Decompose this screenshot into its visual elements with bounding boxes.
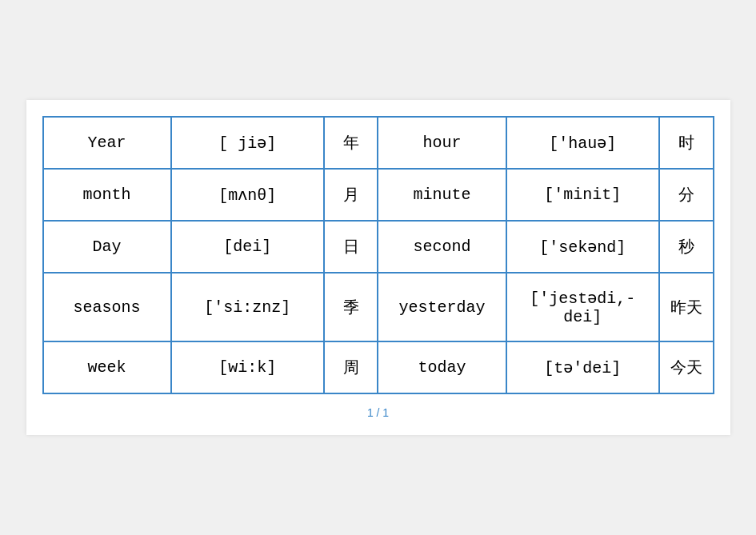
table-cell: week: [43, 341, 171, 393]
table-cell: 秒: [659, 221, 714, 273]
table-cell: ['si:znz]: [171, 273, 324, 341]
page-label: 1 / 1: [367, 406, 389, 419]
table-row: Day[dei]日second['sekənd]秒: [43, 221, 714, 273]
table-cell: 今天: [659, 341, 714, 393]
table-cell: [dei]: [171, 221, 324, 273]
table-cell: [wi:k]: [171, 341, 324, 393]
table-cell: 月: [324, 169, 378, 221]
table-cell: 时: [659, 117, 714, 169]
table-cell: Year: [43, 117, 171, 169]
table-cell: ['hauə]: [506, 117, 659, 169]
table-cell: Day: [43, 221, 171, 273]
table-cell: [ jiə]: [171, 117, 324, 169]
table-cell: today: [378, 341, 506, 393]
table-cell: hour: [378, 117, 506, 169]
table-cell: 周: [324, 341, 378, 393]
table-row: week[wi:k]周today[tə'dei]今天: [43, 341, 714, 393]
table-cell: 年: [324, 117, 378, 169]
pagination: 1 / 1: [42, 406, 714, 419]
table-cell: [tə'dei]: [506, 341, 659, 393]
table-row: seasons['si:znz]季yesterday['jestədi,-dei…: [43, 273, 714, 341]
table-row: Year[ jiə]年hour['hauə]时: [43, 117, 714, 169]
table-cell: 季: [324, 273, 378, 341]
table-cell: [mʌnθ]: [171, 169, 324, 221]
table-cell: ['minit]: [506, 169, 659, 221]
table-cell: 日: [324, 221, 378, 273]
vocabulary-table: Year[ jiə]年hour['hauə]时month[mʌnθ]月minut…: [42, 116, 714, 394]
table-cell: 分: [659, 169, 714, 221]
table-cell: ['jestədi,-dei]: [506, 273, 659, 341]
page-container: Year[ jiə]年hour['hauə]时month[mʌnθ]月minut…: [26, 100, 730, 435]
table-cell: 昨天: [659, 273, 714, 341]
table-cell: ['sekənd]: [506, 221, 659, 273]
table-cell: seasons: [43, 273, 171, 341]
table-row: month[mʌnθ]月minute['minit]分: [43, 169, 714, 221]
table-cell: minute: [378, 169, 506, 221]
table-cell: month: [43, 169, 171, 221]
table-cell: yesterday: [378, 273, 506, 341]
table-cell: second: [378, 221, 506, 273]
